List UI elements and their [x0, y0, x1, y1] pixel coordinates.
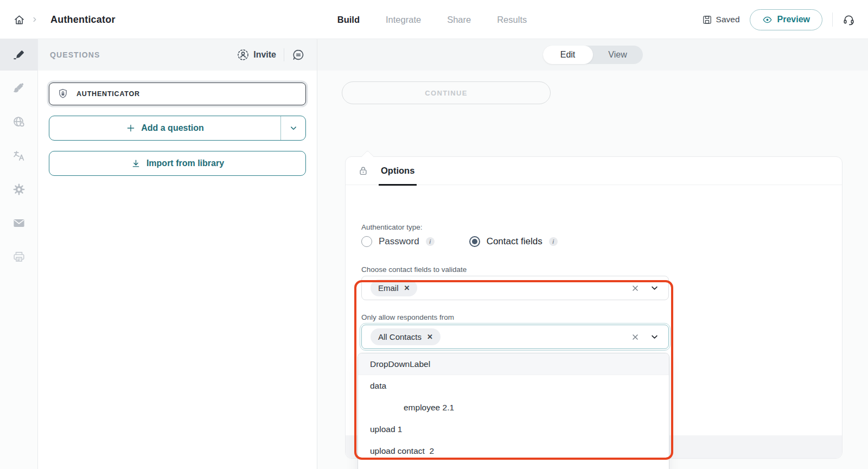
dropdown-option[interactable]: data — [358, 375, 669, 397]
lock-icon — [358, 165, 369, 176]
rail-item-settings[interactable] — [0, 174, 38, 205]
clear-selection-icon[interactable] — [631, 333, 640, 341]
dropdown-option[interactable]: employee 2.1 — [358, 397, 669, 419]
tab-build[interactable]: Build — [337, 15, 360, 25]
chip-email: Email ✕ — [371, 280, 417, 296]
invite-person-icon — [237, 49, 249, 61]
dropdown-option[interactable]: upload 1 — [358, 419, 669, 440]
invite-button[interactable]: Invite — [237, 49, 276, 61]
import-library-label: Import from library — [146, 159, 224, 168]
contact-fields-select[interactable]: Email ✕ — [361, 276, 669, 300]
download-icon — [131, 159, 141, 169]
rail-item-edit[interactable] — [0, 39, 38, 71]
respondents-dropdown-list: DropDownLabel data employee 2.1 upload 1… — [358, 353, 669, 469]
chevron-down-icon[interactable] — [649, 283, 660, 293]
chip-email-label: Email — [378, 283, 399, 293]
password-info-icon[interactable]: i — [426, 237, 435, 246]
header-tabs: Build Integrate Share Results — [337, 0, 527, 39]
paintbrush-icon — [12, 82, 25, 95]
chevron-down-icon[interactable] — [649, 332, 660, 342]
chip-all-contacts: All Contacts ✕ — [371, 328, 441, 345]
top-header: Authenticator Build Integrate Share Resu… — [0, 0, 868, 39]
dropdown-option[interactable]: DropDownLabel — [358, 353, 669, 375]
radio-contact-fields-label: Contact fields — [487, 236, 542, 247]
question-item-authenticator[interactable]: AUTHENTICATOR — [49, 83, 306, 105]
contact-fields-info-icon[interactable]: i — [549, 237, 558, 246]
preview-button[interactable]: Preview — [750, 9, 822, 30]
questions-panel: QUESTIONS Invite — [38, 39, 317, 469]
question-item-label: AUTHENTICATOR — [76, 90, 140, 98]
eye-icon — [762, 15, 773, 25]
toggle-edit[interactable]: Edit — [543, 46, 593, 64]
add-question-label: Add a question — [141, 123, 204, 133]
left-icon-rail — [0, 39, 38, 469]
options-panel: Options Authenticator type: Password i C… — [345, 156, 843, 459]
saved-status: Saved — [702, 15, 740, 25]
preview-label: Preview — [777, 15, 810, 24]
chevron-down-icon — [289, 123, 298, 133]
radio-password-circle[interactable] — [361, 236, 372, 247]
tab-options[interactable]: Options — [381, 157, 414, 185]
clear-selection-icon[interactable] — [631, 284, 640, 293]
edit-view-toolbar: Edit View — [317, 39, 868, 71]
rail-item-translate[interactable] — [0, 140, 38, 172]
chip-all-contacts-remove-icon[interactable]: ✕ — [427, 333, 433, 340]
plus-icon — [126, 123, 136, 133]
contact-fields-label: Choose contact fields to validate — [361, 265, 467, 274]
authenticator-type-label: Authenticator type: — [361, 223, 423, 231]
radio-contact-fields-circle[interactable] — [469, 236, 480, 247]
add-question-dropdown-toggle[interactable] — [280, 116, 305, 140]
comments-icon[interactable] — [292, 48, 305, 61]
invite-label: Invite — [253, 50, 276, 60]
add-question-button[interactable]: Add a question — [49, 116, 306, 141]
radio-contact-fields[interactable]: Contact fields i — [469, 236, 558, 247]
respondents-select[interactable]: All Contacts ✕ — [361, 325, 669, 349]
radio-password[interactable]: Password i — [361, 236, 435, 247]
page-title: Authenticator — [50, 14, 116, 26]
save-disk-icon — [702, 15, 712, 25]
breadcrumb-chevron-icon — [31, 16, 39, 23]
settings-gear-icon — [12, 183, 25, 196]
questions-panel-header: QUESTIONS Invite — [38, 39, 317, 71]
rail-item-design[interactable] — [0, 73, 38, 104]
printer-icon — [12, 250, 25, 263]
toggle-view[interactable]: View — [593, 46, 643, 64]
edit-view-toggle: Edit View — [543, 46, 643, 64]
tab-results[interactable]: Results — [497, 15, 527, 25]
import-from-library-button[interactable]: Import from library — [49, 151, 306, 176]
home-icon[interactable] — [13, 14, 25, 26]
chip-email-remove-icon[interactable]: ✕ — [404, 284, 410, 291]
radio-password-label: Password — [379, 236, 419, 247]
authenticator-type-radios: Password i Contact fields i — [361, 236, 558, 247]
questions-title: QUESTIONS — [50, 50, 100, 59]
main-content: Edit View CONTINUE Options Authenticator… — [317, 39, 868, 469]
support-headset-icon[interactable] — [843, 14, 855, 26]
questions-header-divider — [284, 48, 284, 61]
tab-integrate[interactable]: Integrate — [386, 15, 421, 25]
tab-share[interactable]: Share — [447, 15, 471, 25]
translate-language-icon — [12, 149, 25, 162]
mail-envelope-icon — [12, 217, 25, 230]
continue-button[interactable]: CONTINUE — [342, 81, 551, 104]
globe-icon — [12, 116, 25, 129]
dropdown-option[interactable]: upload contact 1.1 — [358, 462, 669, 469]
app-window: Authenticator Build Integrate Share Resu… — [0, 0, 868, 469]
header-divider — [832, 12, 833, 27]
edit-pencil-icon — [12, 48, 25, 61]
chip-all-contacts-label: All Contacts — [378, 332, 422, 341]
saved-label: Saved — [716, 15, 740, 24]
rail-item-email[interactable] — [0, 207, 38, 239]
rail-item-globe[interactable] — [0, 106, 38, 138]
shield-lock-icon — [57, 88, 69, 100]
respondents-label: Only allow respondents from — [361, 313, 454, 321]
dropdown-option[interactable]: upload contact 2 — [358, 440, 669, 462]
options-tab-bar: Options — [346, 157, 842, 185]
rail-item-print[interactable] — [0, 241, 38, 272]
